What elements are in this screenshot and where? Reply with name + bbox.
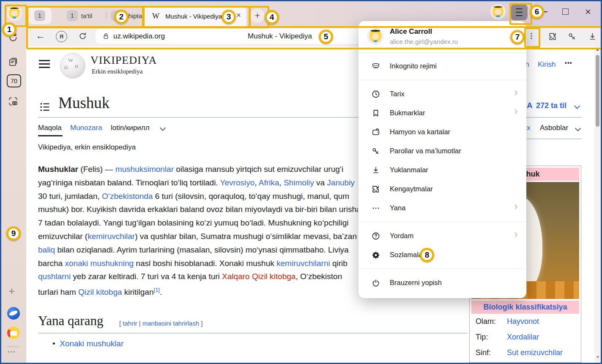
kirish-link[interactable]: Kirish	[538, 60, 556, 69]
profile-avatar[interactable]	[7, 5, 22, 21]
maximize-button[interactable]	[562, 8, 569, 15]
wiki-more-icon[interactable]: •••	[565, 60, 572, 66]
tab-group-chip[interactable]: 1	[28, 7, 52, 24]
tab-close-icon[interactable]: ×	[236, 11, 241, 20]
menu-item-label: Yordam	[390, 232, 413, 240]
sidebar-add-icon[interactable]: +	[8, 285, 15, 298]
tools-button[interactable]: Asboblar	[540, 124, 568, 132]
scrollbar-thumb[interactable]	[596, 55, 599, 127]
passwords-key-icon[interactable]	[567, 32, 577, 43]
article-link[interactable]: xonaki mushukning	[65, 259, 134, 268]
article-link[interactable]: Yevrosiyo	[220, 178, 255, 187]
article-link[interactable]: Shimoliy	[284, 178, 314, 187]
yandex-disk-icon[interactable]	[7, 307, 20, 320]
wiki-site-name[interactable]: VIKIPEDIYA	[90, 54, 157, 67]
menu-divider	[358, 269, 526, 269]
menu-item-kengaytmalar[interactable]: Kengaytmalar	[358, 179, 526, 198]
article-link[interactable]: baliq	[38, 245, 55, 254]
edit-source-link[interactable]: manbasini tahrirlash	[142, 320, 199, 327]
edit-link[interactable]: tahrir	[123, 320, 137, 327]
profile-name[interactable]: Alice Carroll	[390, 27, 432, 36]
article-text: oilasiga mansub yirtqich sut emizuvchila…	[174, 165, 343, 174]
menu-item-label: Bukmarklar	[390, 109, 425, 117]
menu-item-brauzerni-yopish[interactable]: Brauzerni yopish	[358, 273, 526, 292]
article-text[interactable]: [1]	[154, 287, 160, 293]
callout-9: 9	[6, 226, 21, 241]
avatar-headband	[10, 8, 19, 9]
chevron-right-icon: ›	[514, 88, 518, 96]
yandex-search-icon[interactable]: Я	[56, 31, 67, 42]
article-text: bilan oziqlanadi. Ayrim turlarining (mas…	[55, 245, 349, 254]
ellipsis-icon	[371, 204, 380, 213]
menu-item-yana[interactable]: Yana›	[358, 198, 526, 217]
classification-rows: Olam:HayvonotTip:XordalilarSinf:Sut emiz…	[471, 314, 579, 361]
new-tab-button[interactable]: +	[250, 8, 265, 23]
profile-email: alice.the.girl@yandex.ru	[390, 38, 458, 45]
article-text: kiritilgan	[122, 288, 154, 297]
speed-score-badge[interactable]: 70	[7, 74, 21, 87]
xonaki-mushuklar-link[interactable]: Xonaki mushuklar	[60, 339, 123, 348]
menu-item-label: Brauzerni yopish	[390, 279, 442, 287]
classification-row: Tip:Xordalilar	[471, 329, 579, 345]
article-link[interactable]: Janubiy	[327, 178, 355, 187]
article-text: mushuk) bor. Kuyikish davrida erkaklari …	[38, 205, 358, 214]
chevron-right-icon: ›	[514, 107, 518, 115]
language-count-button[interactable]: 272 ta til	[536, 101, 566, 110]
wikipedia-globe-logo[interactable]: WΩИ	[60, 53, 85, 79]
callout-7: 7	[510, 30, 525, 44]
article-link[interactable]: Afrika	[259, 178, 279, 187]
article-link[interactable]: kemiruvchilar	[88, 232, 135, 241]
tab-group-tatil[interactable]: 1 ta'til	[67, 10, 92, 21]
rank-value-link[interactable]: Sut emizuvchilar	[507, 348, 563, 357]
tab-munozara[interactable]: Munozara	[70, 124, 102, 132]
screenshot-icon[interactable]	[7, 95, 19, 109]
menu-item-bukmarklar[interactable]: Bukmarklar›	[358, 103, 526, 122]
rank-value-link[interactable]: Xordalilar	[507, 333, 539, 342]
back-icon[interactable]: ←	[36, 30, 45, 41]
article-link[interactable]: qushlarni	[38, 272, 71, 281]
menu-item-yordam[interactable]: Yordam›	[358, 226, 526, 245]
close-button[interactable]: ×	[585, 6, 591, 18]
menu-item-hamyon-va-kartalar[interactable]: Hamyon va kartalar	[358, 122, 526, 141]
menu-item-yuklanmalar[interactable]: Yuklanmalar	[358, 160, 526, 179]
contents-list-icon[interactable]	[39, 102, 51, 114]
section-edit-links: [ tahrir | manbasini tahrirlash ]	[119, 320, 202, 327]
article-text: 6 turi (silovsin, qoraquloq, to‘qay mush…	[153, 192, 349, 201]
yandex-mail-icon[interactable]	[7, 326, 20, 339]
power-icon	[371, 278, 380, 288]
article-line: 30 turi, jumladan, O‘zbekistonda 6 turi …	[38, 190, 358, 203]
variant-selector[interactable]: lotin/кирилл	[111, 124, 150, 132]
menu-item-inkognito-rejimi[interactable]: Inkognito rejimi	[358, 57, 526, 76]
kebab-menu-icon[interactable]	[528, 32, 535, 41]
menu-divider	[358, 222, 526, 222]
callout-6: 6	[530, 5, 544, 19]
tools-divider	[527, 139, 582, 139]
article-text: va	[314, 178, 327, 187]
callout-3: 3	[222, 10, 236, 24]
callout-2: 2	[114, 10, 129, 24]
menu-item-tarix[interactable]: Tarix›	[358, 84, 526, 103]
browser-menu-button[interactable]	[511, 4, 528, 20]
pipe: |	[139, 320, 141, 327]
tab-maqola[interactable]: Maqola	[38, 124, 62, 132]
menu-item-sozlamalar[interactable]: Sozlamalar	[358, 245, 526, 264]
reload-icon[interactable]	[78, 31, 88, 43]
menu-item-parollar-va-ma-lumotlar[interactable]: Parollar va ma’lumotlar	[358, 141, 526, 160]
wiki-hamburger-icon[interactable]	[39, 60, 50, 68]
scrollbar-up-icon[interactable]: ▲	[596, 47, 599, 52]
article-subtitle: Vikipediya, erkin ensiklopediya	[38, 143, 136, 152]
article-link[interactable]: Xalqaro Qizil kitobga	[222, 272, 296, 281]
profile-avatar-right[interactable]	[490, 4, 506, 19]
article-link[interactable]: mushuksimonlar	[115, 165, 174, 174]
notes-icon[interactable]	[8, 57, 19, 69]
article-link[interactable]: O‘zbekistonda	[102, 192, 153, 201]
article-link[interactable]: kemiruvchilarni	[276, 259, 330, 268]
avatar-bow	[496, 15, 499, 17]
scrollbar-down-icon[interactable]: ▼	[596, 355, 600, 359]
article-link[interactable]: Qizil kitobga	[78, 288, 122, 297]
extensions-puzzle-icon[interactable]	[548, 32, 558, 43]
rank-value-link[interactable]: Hayvonot	[507, 317, 539, 326]
profile-menu-items: Inkognito rejimiTarix›Bukmarklar›Hamyon …	[358, 57, 526, 292]
sidebar-more-icon[interactable]: •••	[8, 349, 16, 355]
downloads-icon[interactable]	[588, 32, 597, 43]
